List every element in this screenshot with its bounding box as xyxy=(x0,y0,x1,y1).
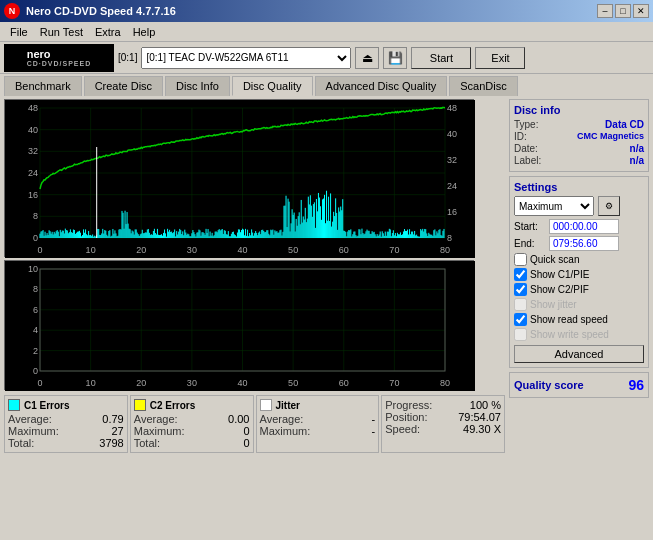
exit-button[interactable]: Exit xyxy=(475,47,525,69)
top-chart xyxy=(4,99,474,257)
c2-errors-panel: C2 Errors Average: 0.00 Maximum: 0 Total… xyxy=(130,395,254,453)
maximize-button[interactable]: □ xyxy=(615,4,631,18)
save-icon-button[interactable]: 💾 xyxy=(383,47,407,69)
speed-select[interactable]: Maximum xyxy=(514,196,594,216)
drive-label: [0:1] xyxy=(118,52,137,63)
position-value: 79:54.07 xyxy=(458,411,501,423)
disc-id-row: ID: CMC Magnetics xyxy=(514,131,644,142)
menu-run-test[interactable]: Run Test xyxy=(34,24,89,40)
show-read-speed-checkbox[interactable] xyxy=(514,313,527,326)
disc-type-value: Data CD xyxy=(605,119,644,130)
c1-header: C1 Errors xyxy=(8,399,124,411)
show-write-speed-row: Show write speed xyxy=(514,328,644,341)
quick-scan-label: Quick scan xyxy=(530,254,579,265)
quality-label: Quality score xyxy=(514,379,584,391)
tab-benchmark[interactable]: Benchmark xyxy=(4,76,82,96)
progress-label: Progress: xyxy=(385,399,432,411)
end-time-row: End: xyxy=(514,236,644,251)
jitter-label: Jitter xyxy=(276,400,300,411)
show-jitter-label: Show jitter xyxy=(530,299,577,310)
show-c2-checkbox[interactable] xyxy=(514,283,527,296)
menu-extra[interactable]: Extra xyxy=(89,24,127,40)
c2-max-row: Maximum: 0 xyxy=(134,425,250,437)
disc-info-title: Disc info xyxy=(514,104,644,116)
tab-disc-info[interactable]: Disc Info xyxy=(165,76,230,96)
quality-row: Quality score 96 xyxy=(514,377,644,393)
show-c1-row: Show C1/PIE xyxy=(514,268,644,281)
minimize-button[interactable]: – xyxy=(597,4,613,18)
disc-id-label: ID: xyxy=(514,131,527,142)
nero-logo: nero CD·DVD/SPEED xyxy=(4,44,114,72)
start-time-label: Start: xyxy=(514,221,549,232)
end-time-input[interactable] xyxy=(549,236,619,251)
window-title: Nero CD-DVD Speed 4.7.7.16 xyxy=(26,5,176,17)
progress-row: Progress: 100 % xyxy=(385,399,501,411)
show-jitter-row: Show jitter xyxy=(514,298,644,311)
c2-total-label: Total: xyxy=(134,437,160,449)
toolbar: nero CD·DVD/SPEED [0:1] [0:1] TEAC DV-W5… xyxy=(0,42,653,74)
jitter-average-row: Average: - xyxy=(260,413,376,425)
disc-date-value: n/a xyxy=(630,143,644,154)
end-time-label: End: xyxy=(514,238,549,249)
c2-color-box xyxy=(134,399,146,411)
show-read-speed-row: Show read speed xyxy=(514,313,644,326)
jitter-max-label: Maximum: xyxy=(260,425,311,437)
c1-avg-value: 0.79 xyxy=(102,413,123,425)
jitter-max-row: Maximum: - xyxy=(260,425,376,437)
advanced-button[interactable]: Advanced xyxy=(514,345,644,363)
c2-total-row: Total: 0 xyxy=(134,437,250,449)
settings-icon-button[interactable]: ⚙ xyxy=(598,196,620,216)
position-row: Position: 79:54.07 xyxy=(385,411,501,423)
c2-avg-label: Average: xyxy=(134,413,178,425)
close-button[interactable]: ✕ xyxy=(633,4,649,18)
c2-total-value: 0 xyxy=(243,437,249,449)
right-panel: Disc info Type: Data CD ID: CMC Magnetic… xyxy=(509,99,649,455)
c1-color-box xyxy=(8,399,20,411)
show-jitter-checkbox[interactable] xyxy=(514,298,527,311)
window-controls[interactable]: – □ ✕ xyxy=(597,4,649,18)
jitter-avg-value: - xyxy=(372,413,376,425)
tab-create-disc[interactable]: Create Disc xyxy=(84,76,163,96)
disc-date-row: Date: n/a xyxy=(514,143,644,154)
start-button[interactable]: Start xyxy=(411,47,471,69)
disc-date-label: Date: xyxy=(514,143,538,154)
c2-max-label: Maximum: xyxy=(134,425,185,437)
c1-total-label: Total: xyxy=(8,437,34,449)
disc-label-value: n/a xyxy=(630,155,644,166)
start-time-input[interactable] xyxy=(549,219,619,234)
progress-panel: Progress: 100 % Position: 79:54.07 Speed… xyxy=(381,395,505,453)
c2-label: C2 Errors xyxy=(150,400,196,411)
c1-average-row: Average: 0.79 xyxy=(8,413,124,425)
disc-info-panel: Disc info Type: Data CD ID: CMC Magnetic… xyxy=(509,99,649,172)
jitter-color-box xyxy=(260,399,272,411)
show-c2-row: Show C2/PIF xyxy=(514,283,644,296)
disc-label-row: Label: n/a xyxy=(514,155,644,166)
menu-file[interactable]: File xyxy=(4,24,34,40)
c1-max-label: Maximum: xyxy=(8,425,59,437)
drive-select[interactable]: [0:1] TEAC DV-W522GMA 6T11 xyxy=(141,47,351,69)
menu-help[interactable]: Help xyxy=(127,24,162,40)
show-c1-checkbox[interactable] xyxy=(514,268,527,281)
c2-avg-value: 0.00 xyxy=(228,413,249,425)
eject-icon-button[interactable]: ⏏ xyxy=(355,47,379,69)
c1-max-value: 27 xyxy=(112,425,124,437)
c2-max-value: 0 xyxy=(243,425,249,437)
disc-type-row: Type: Data CD xyxy=(514,119,644,130)
tab-scan-disc[interactable]: ScanDisc xyxy=(449,76,517,96)
speed-value: 49.30 X xyxy=(463,423,501,435)
show-read-speed-label: Show read speed xyxy=(530,314,608,325)
show-write-speed-checkbox[interactable] xyxy=(514,328,527,341)
c1-avg-label: Average: xyxy=(8,413,52,425)
tab-advanced-disc-quality[interactable]: Advanced Disc Quality xyxy=(315,76,448,96)
c1-max-row: Maximum: 27 xyxy=(8,425,124,437)
jitter-panel: Jitter Average: - Maximum: - xyxy=(256,395,380,453)
position-label: Position: xyxy=(385,411,427,423)
speed-setting-row: Maximum ⚙ xyxy=(514,196,644,216)
title-bar: N Nero CD-DVD Speed 4.7.7.16 – □ ✕ xyxy=(0,0,653,22)
disc-label-label: Label: xyxy=(514,155,541,166)
jitter-header: Jitter xyxy=(260,399,376,411)
quick-scan-checkbox[interactable] xyxy=(514,253,527,266)
c1-errors-panel: C1 Errors Average: 0.79 Maximum: 27 Tota… xyxy=(4,395,128,453)
tabs: Benchmark Create Disc Disc Info Disc Qua… xyxy=(0,74,653,96)
tab-disc-quality[interactable]: Disc Quality xyxy=(232,76,313,96)
